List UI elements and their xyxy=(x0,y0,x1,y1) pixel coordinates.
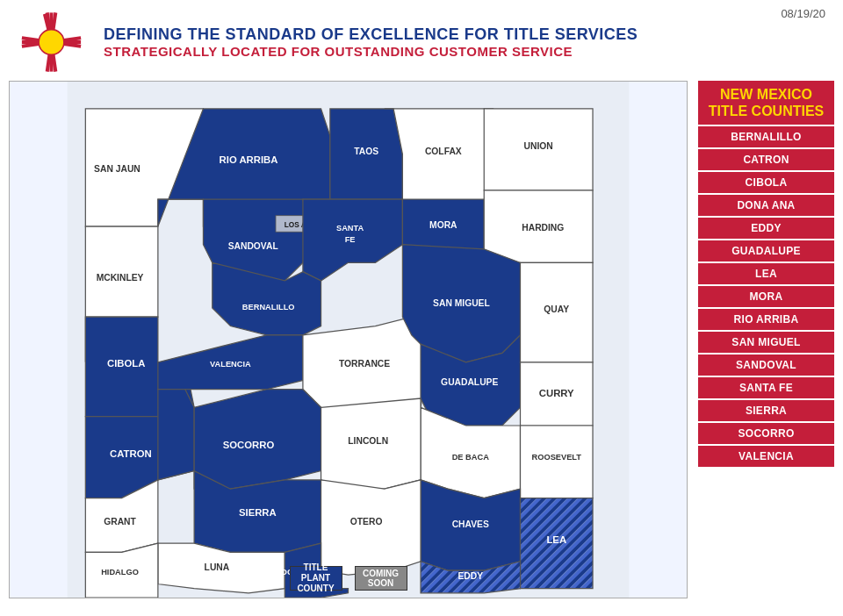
torrance-label: TORRANCE xyxy=(339,359,390,369)
san-juan-label: SAN JAUN xyxy=(94,164,140,174)
grant-label: GRANT xyxy=(104,517,136,526)
sidebar-county-item: DONA ANA xyxy=(698,195,834,216)
curry-label: CURRY xyxy=(539,388,574,398)
guadalupe-map-label: GUADALUPE xyxy=(441,377,498,387)
san-miguel-map-label: SAN MIGUEL xyxy=(433,298,490,308)
sierra-map-label: SIERRA xyxy=(239,507,277,518)
map-container: SAN JAUN RIO ARRIBA TAOS COLFAX UNION MC… xyxy=(9,81,688,598)
date-label: 08/19/20 xyxy=(781,7,825,20)
mora-map-label: MORA xyxy=(429,220,458,230)
header-line1: DEFINING THE STANDARD OF EXCELLENCE FOR … xyxy=(104,25,638,44)
union-label: UNION xyxy=(524,141,553,151)
catron-map-label: CATRON xyxy=(110,448,152,459)
legend-coming-soon: COMING SOON xyxy=(355,566,407,591)
svg-marker-39 xyxy=(521,426,594,498)
sidebar-county-item: MORA xyxy=(698,286,834,307)
valencia-map-label: VALENCIA xyxy=(210,360,251,369)
lincoln-label: LINCOLN xyxy=(348,436,388,446)
sidebar-county-item: SAN MIGUEL xyxy=(698,332,834,353)
svg-marker-36 xyxy=(158,390,194,480)
sidebar-county-item: GUADALUPE xyxy=(698,240,834,261)
sidebar-county-item: BERNALILLO xyxy=(698,126,834,147)
legend-coming-soon-text: COMING SOON xyxy=(356,569,407,588)
rio-arriba-label: RIO ARRIBA xyxy=(220,154,278,165)
header-line2: STRATEGICALLY LOCATED FOR OUTSTANDING CU… xyxy=(104,44,638,59)
sandoval-map-label: SANDOVAL xyxy=(228,241,278,251)
header-text: DEFINING THE STANDARD OF EXCELLENCE FOR … xyxy=(104,25,638,59)
socorro-map-label: SOCORRO xyxy=(223,440,275,450)
sidebar-county-item: SANDOVAL xyxy=(698,355,834,376)
sidebar-county-item: LEA xyxy=(698,263,834,284)
taos-label: TAOS xyxy=(354,147,378,156)
sidebar-title-line2: TITLE COUNTIES xyxy=(702,103,831,119)
bernalillo-map-label: BERNALILLO xyxy=(242,303,295,312)
sidebar-county-item: EDDY xyxy=(698,218,834,239)
main-content: SAN JAUN RIO ARRIBA TAOS COLFAX UNION MC… xyxy=(0,81,843,607)
sidebar-county-item: CATRON xyxy=(698,149,834,170)
header: 08/19/20 DEFINING THE STANDARD OF EXCEL xyxy=(0,0,843,81)
eddy-map-label: EDDY xyxy=(458,571,483,581)
santa-fe-map-label2: FE xyxy=(345,235,356,244)
roosevelt-label: ROOSEVELT xyxy=(532,453,582,462)
santa-fe-map-label: SANTA xyxy=(336,224,364,233)
svg-point-13 xyxy=(39,30,64,55)
county-list: BERNALILLOCATRONCIBOLADONA ANAEDDYGUADAL… xyxy=(698,126,834,467)
sidebar-county-item: SOCORRO xyxy=(698,423,834,444)
otero-label: OTERO xyxy=(350,517,383,526)
map-svg: SAN JAUN RIO ARRIBA TAOS COLFAX UNION MC… xyxy=(10,82,687,598)
chaves-map-label: CHAVES xyxy=(452,519,489,529)
sidebar-county-item: CIBOLA xyxy=(698,172,834,193)
sidebar: NEW MEXICO TITLE COUNTIES BERNALILLOCATR… xyxy=(698,81,834,598)
colfax-label: COLFAX xyxy=(425,147,462,156)
zia-icon xyxy=(14,7,89,77)
sidebar-county-item: VALENCIA xyxy=(698,446,834,467)
svg-marker-44 xyxy=(321,480,421,575)
sidebar-county-item: RIO ARRIBA xyxy=(698,309,834,330)
luna-label: LUNA xyxy=(205,562,230,572)
quay-label: QUAY xyxy=(544,304,569,314)
mckinley-label: MCKINLEY xyxy=(97,273,144,283)
harding-label: HARDING xyxy=(522,223,564,233)
sidebar-county-item: SIERRA xyxy=(698,400,834,421)
logo xyxy=(14,7,93,77)
legend-title-plant: TITLE PLANTCOUNTY xyxy=(290,566,342,591)
de-baca-label: DE BACA xyxy=(452,453,490,462)
lea-map-label: LEA xyxy=(546,534,566,545)
sidebar-title-line1: NEW MEXICO xyxy=(702,86,831,103)
sidebar-title: NEW MEXICO TITLE COUNTIES xyxy=(698,81,834,125)
cibola-map-label: CIBOLA xyxy=(107,358,145,369)
hidalgo-label: HIDALGO xyxy=(101,568,139,577)
sidebar-county-item: SANTA FE xyxy=(698,377,834,398)
